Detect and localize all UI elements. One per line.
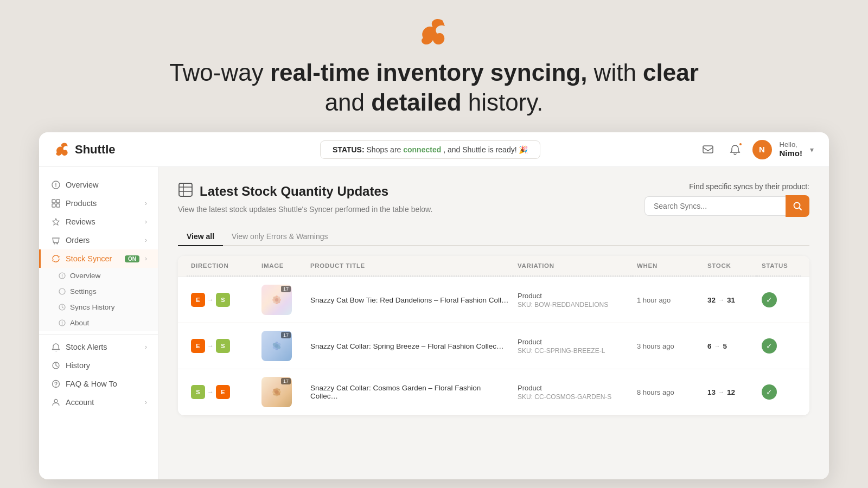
search-label: Find specific syncs by their product: <box>689 182 809 191</box>
notifications-button[interactable] <box>725 140 745 159</box>
sidebar-item-overview[interactable]: Overview <box>39 176 158 194</box>
svg-rect-5 <box>56 204 60 207</box>
table-row: E → S 17 <box>178 277 809 323</box>
svg-point-8 <box>57 243 58 244</box>
sidebar-item-reviews[interactable]: Reviews › <box>39 213 158 231</box>
shopify-badge: S <box>216 339 230 353</box>
sidebar-sub-item-about[interactable]: About <box>39 315 158 331</box>
content-subtitle: View the latest stock updates Shuttle's … <box>178 205 432 214</box>
topbar: Shuttle STATUS: Shops are connected , an… <box>39 132 829 167</box>
cell-when: 1 hour ago <box>633 288 703 312</box>
sidebar-item-history[interactable]: History <box>39 356 158 375</box>
sidebar-sub-item-settings[interactable]: Settings <box>39 284 158 299</box>
sidebar-label-products: Products <box>66 199 139 208</box>
chevron-right-icon: › <box>145 200 147 207</box>
stock-to: 5 <box>723 342 727 350</box>
status-label: STATUS: <box>333 145 365 154</box>
product-image: 17 <box>261 285 292 315</box>
content-title: Latest Stock Quantity Updates <box>178 182 432 201</box>
svg-rect-3 <box>56 200 60 203</box>
user-menu-caret[interactable]: ▾ <box>810 145 814 154</box>
status-success-icon: ✓ <box>762 292 777 307</box>
search-box <box>644 195 809 217</box>
content-header: Latest Stock Quantity Updates View the l… <box>178 182 809 217</box>
sidebar-item-faq[interactable]: FAQ & How To <box>39 375 158 393</box>
chevron-down-icon: › <box>145 255 147 262</box>
svg-point-10 <box>59 288 65 294</box>
status-text1: Shops are <box>367 145 404 154</box>
search-button[interactable] <box>786 195 809 217</box>
chevron-right-icon: › <box>145 399 147 406</box>
topbar-actions: N Hello, Nimo! ▾ <box>698 140 814 159</box>
cell-image: 17 <box>257 369 306 415</box>
cell-image: 17 <box>257 277 306 323</box>
status-connected: connected <box>403 145 441 154</box>
cell-direction: S → E <box>187 377 257 407</box>
content-title-area: Latest Stock Quantity Updates View the l… <box>178 182 432 214</box>
cell-status: ✓ <box>757 285 801 315</box>
sidebar-label-account: Account <box>66 398 139 407</box>
sidebar-sub-item-overview[interactable]: Overview <box>39 268 158 284</box>
chevron-right-icon: › <box>145 343 147 351</box>
variation-sku: SKU: BOW-REDDANDELIONS <box>518 301 628 309</box>
direction-arrow-icon: → <box>207 296 214 304</box>
sidebar-label-overview: Overview <box>66 181 147 189</box>
page-title: Latest Stock Quantity Updates <box>200 184 388 199</box>
cell-variation: Product SKU: CC-SPRING-BREEZE-L <box>513 330 633 362</box>
header-product-title: PRODUCT TITLE <box>306 256 513 277</box>
table-header: DIRECTION IMAGE PRODUCT TITLE VARIATION … <box>178 256 809 277</box>
etsy-badge: E <box>191 339 205 353</box>
cell-direction: E → S <box>187 285 257 314</box>
cell-product-title: Snazzy Cat Collar: Spring Breeze – Flora… <box>306 335 513 358</box>
cell-direction: E → S <box>187 331 257 361</box>
stock-arrow-icon: → <box>718 297 724 303</box>
svg-point-31 <box>275 344 278 348</box>
svg-rect-2 <box>52 200 55 203</box>
avatar[interactable]: N <box>752 140 772 159</box>
header-direction: DIRECTION <box>187 256 257 277</box>
sidebar-item-account[interactable]: Account › <box>39 393 158 412</box>
cell-stock: 6 → 5 <box>703 335 757 358</box>
cell-image: 17 <box>257 323 306 369</box>
cell-status: ✓ <box>757 377 801 407</box>
hero-logo <box>0 17 868 49</box>
etsy-badge: E <box>191 293 205 307</box>
shopify-badge: S <box>191 385 205 399</box>
sidebar-item-products[interactable]: Products › <box>39 194 158 213</box>
sidebar-item-orders[interactable]: Orders › <box>39 231 158 249</box>
brand-logo: Shuttle <box>54 142 163 157</box>
status-text2: , and Shuttle is ready! 🎉 <box>443 145 528 154</box>
search-input[interactable] <box>644 196 786 216</box>
hero-section: Two-way real-time inventory syncing, wit… <box>0 0 868 132</box>
header-image: IMAGE <box>257 256 306 277</box>
sidebar-item-stock-syncer[interactable]: Stock Syncer ON › <box>39 249 158 268</box>
direction-arrow-icon: → <box>207 388 214 396</box>
sidebar-label-history: History <box>66 361 147 370</box>
tab-view-all[interactable]: View all <box>178 228 223 246</box>
svg-rect-0 <box>703 146 713 153</box>
sidebar-item-stock-alerts[interactable]: Stock Alerts › <box>39 338 158 356</box>
header-when: WHEN <box>633 256 703 277</box>
user-info: Hello, Nimo! <box>780 140 803 159</box>
messages-button[interactable] <box>698 140 718 159</box>
tab-errors-warnings[interactable]: View only Errors & Warnings <box>223 228 336 246</box>
notification-dot <box>738 142 743 146</box>
chevron-right-icon: › <box>145 218 147 226</box>
sidebar-label-orders: Orders <box>66 236 139 245</box>
table-icon <box>178 182 193 201</box>
on-badge: ON <box>125 255 139 262</box>
status-badge: STATUS: Shops are connected , and Shuttl… <box>320 140 540 159</box>
stock-from: 13 <box>707 388 716 396</box>
cell-when: 3 hours ago <box>633 335 703 358</box>
svg-rect-4 <box>52 204 55 207</box>
sync-table: DIRECTION IMAGE PRODUCT TITLE VARIATION … <box>178 256 809 415</box>
sidebar-label-stock-alerts: Stock Alerts <box>66 343 139 351</box>
svg-point-7 <box>54 243 55 244</box>
product-image: 17 <box>261 377 292 407</box>
variation-type: Product <box>518 384 628 392</box>
header-status: STATUS <box>757 256 801 277</box>
sidebar-sub-item-syncs-history[interactable]: Syncs History <box>39 299 158 315</box>
topbar-status: STATUS: Shops are connected , and Shuttl… <box>163 140 698 159</box>
sub-label-syncs-history: Syncs History <box>70 303 115 311</box>
sub-label-overview: Overview <box>70 272 100 280</box>
